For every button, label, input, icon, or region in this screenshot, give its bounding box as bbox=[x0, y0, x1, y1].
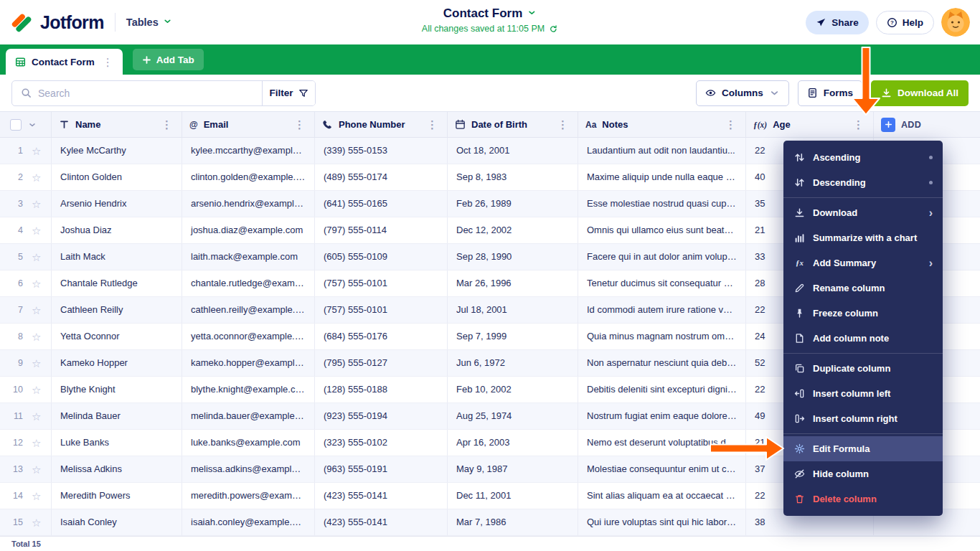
menu-item-insert-column-right[interactable]: Insert column right bbox=[783, 406, 943, 431]
star-icon[interactable]: ☆ bbox=[32, 385, 41, 395]
menu-item-add-column-note[interactable]: Add column note bbox=[783, 326, 943, 351]
cell-email[interactable]: luke.banks@example.com bbox=[182, 430, 315, 456]
cell-dob[interactable]: Sep 8, 1983 bbox=[448, 164, 578, 190]
cell-name[interactable]: Yetta Oconnor bbox=[52, 324, 182, 349]
cell-phone[interactable]: (423) 555-0141 bbox=[315, 483, 448, 509]
tab-contact-form[interactable]: Contact Form ⋮ bbox=[6, 49, 123, 75]
cell-phone[interactable]: (795) 555-0127 bbox=[315, 350, 448, 376]
cell-name[interactable]: Laith Mack bbox=[52, 244, 182, 270]
cell-name[interactable]: Meredith Powers bbox=[52, 483, 182, 509]
cell-email[interactable]: cathleen.reilly@example.com bbox=[182, 297, 315, 323]
cell-name[interactable]: Blythe Knight bbox=[52, 377, 182, 402]
menu-item-ascending[interactable]: Ascending bbox=[783, 145, 943, 170]
brand-name[interactable]: Jotform bbox=[40, 12, 104, 33]
star-icon[interactable]: ☆ bbox=[32, 438, 41, 448]
cell-email[interactable]: yetta.oconnor@example.com bbox=[182, 324, 315, 349]
cell-dob[interactable]: May 9, 1987 bbox=[448, 456, 578, 482]
cell-name[interactable]: Clinton Golden bbox=[52, 164, 182, 190]
cell-notes[interactable]: Qui iure voluptas sint qui hic laboru... bbox=[578, 509, 746, 535]
dob-column-menu-button[interactable]: ⋮ bbox=[555, 119, 570, 130]
cell-notes[interactable]: Non aspernatur nesciunt quia debiti... bbox=[578, 350, 746, 376]
add-column-header[interactable]: ADD bbox=[874, 112, 980, 137]
cell-dob[interactable]: Oct 18, 2001 bbox=[448, 138, 578, 164]
star-icon[interactable]: ☆ bbox=[32, 252, 41, 263]
menu-item-edit-formula[interactable]: Edit Formula bbox=[783, 436, 943, 461]
refresh-icon[interactable] bbox=[549, 24, 558, 34]
cell-email[interactable]: kylee.mccarthy@example.c... bbox=[182, 138, 315, 164]
cell-dob[interactable]: Sep 7, 1999 bbox=[448, 324, 578, 349]
cell-dob[interactable]: Feb 10, 2002 bbox=[448, 377, 578, 402]
jotform-logo-icon[interactable] bbox=[10, 10, 34, 34]
cell-phone[interactable]: (923) 555-0194 bbox=[315, 403, 448, 429]
cell-notes[interactable]: Facere qui in aut dolor anim volupta... bbox=[578, 244, 746, 270]
column-header-age[interactable]: ƒ(x) Age ⋮ bbox=[746, 112, 874, 137]
cell-notes[interactable]: Molestiae consequuntur enim ut cu... bbox=[578, 456, 746, 482]
tab-menu-button[interactable]: ⋮ bbox=[100, 57, 116, 67]
menu-item-rename-column[interactable]: Rename column bbox=[783, 276, 943, 301]
star-icon[interactable]: ☆ bbox=[32, 517, 41, 528]
star-icon[interactable]: ☆ bbox=[32, 491, 41, 501]
cell-notes[interactable]: Id commodi autem irure ratione vol... bbox=[578, 297, 746, 323]
cell-dob[interactable]: Dec 11, 2001 bbox=[448, 483, 578, 509]
cell-email[interactable]: blythe.knight@example.com bbox=[182, 377, 315, 402]
cell-email[interactable]: joshua.diaz@example.com bbox=[182, 217, 315, 243]
filter-button[interactable]: Filter bbox=[262, 81, 315, 105]
menu-item-download[interactable]: Download› bbox=[783, 200, 943, 225]
cell-phone[interactable]: (757) 555-0101 bbox=[315, 297, 448, 323]
notes-column-menu-button[interactable]: ⋮ bbox=[723, 119, 738, 130]
search-input[interactable] bbox=[38, 88, 253, 99]
cell-notes[interactable]: Esse molestiae nostrud quasi cupidi... bbox=[578, 191, 746, 217]
cell-dob[interactable]: Apr 16, 2003 bbox=[448, 430, 578, 456]
cell-phone[interactable]: (323) 555-0102 bbox=[315, 430, 448, 456]
download-all-button[interactable]: Download All bbox=[871, 80, 969, 106]
star-icon[interactable]: ☆ bbox=[32, 278, 41, 289]
menu-item-freeze-column[interactable]: Freeze column bbox=[783, 301, 943, 326]
star-icon[interactable]: ☆ bbox=[32, 225, 41, 236]
phone-column-menu-button[interactable]: ⋮ bbox=[425, 119, 440, 130]
cell-name[interactable]: Melinda Bauer bbox=[52, 403, 182, 429]
cell-phone[interactable]: (757) 555-0101 bbox=[315, 270, 448, 296]
cell-phone[interactable]: (339) 555-0153 bbox=[315, 138, 448, 164]
cell-name[interactable]: Luke Banks bbox=[52, 430, 182, 456]
column-header-name[interactable]: Name ⋮ bbox=[52, 112, 182, 137]
cell-dob[interactable]: Jul 18, 2001 bbox=[448, 297, 578, 323]
cell-name[interactable]: Cathleen Reilly bbox=[52, 297, 182, 323]
cell-notes[interactable]: Nostrum fugiat enim eaque dolores... bbox=[578, 403, 746, 429]
cell-name[interactable]: Chantale Rutledge bbox=[52, 270, 182, 296]
menu-item-hide-column[interactable]: Hide column bbox=[783, 461, 943, 486]
help-button[interactable]: ? Help bbox=[876, 11, 934, 34]
cell-phone[interactable]: (128) 555-0188 bbox=[315, 377, 448, 402]
form-title-dropdown[interactable]: Contact Form bbox=[422, 6, 558, 21]
name-column-menu-button[interactable]: ⋮ bbox=[159, 119, 174, 130]
cell-dob[interactable]: Mar 26, 1996 bbox=[448, 270, 578, 296]
cell-notes[interactable]: Nemo est deserunt voluptatibus de... bbox=[578, 430, 746, 456]
cell-dob[interactable]: Dec 12, 2002 bbox=[448, 217, 578, 243]
cell-email[interactable]: clinton.golden@example.com bbox=[182, 164, 315, 190]
add-tab-button[interactable]: Add Tab bbox=[133, 49, 204, 70]
cell-email[interactable]: meredith.powers@example.... bbox=[182, 483, 315, 509]
cell-notes[interactable]: Tenetur ducimus sit consequatur ali... bbox=[578, 270, 746, 296]
cell-email[interactable]: melissa.adkins@example.com bbox=[182, 456, 315, 482]
star-icon[interactable]: ☆ bbox=[32, 358, 41, 369]
star-icon[interactable]: ☆ bbox=[32, 411, 41, 422]
column-header-email[interactable]: @ Email ⋮ bbox=[182, 112, 315, 137]
star-icon[interactable]: ☆ bbox=[32, 146, 41, 156]
cell-phone[interactable]: (605) 555-0109 bbox=[315, 244, 448, 270]
menu-item-insert-column-left[interactable]: Insert column left bbox=[783, 381, 943, 406]
cell-notes[interactable]: Sint alias aliquam ea at occaecat no... bbox=[578, 483, 746, 509]
menu-item-descending[interactable]: Descending bbox=[783, 170, 943, 195]
column-header-notes[interactable]: Aa Notes ⋮ bbox=[578, 112, 746, 137]
column-header-dob[interactable]: Date of Birth ⋮ bbox=[448, 112, 578, 137]
email-column-menu-button[interactable]: ⋮ bbox=[292, 119, 307, 130]
cell-name[interactable]: Isaiah Conley bbox=[52, 509, 182, 535]
cell-phone[interactable]: (489) 555-0174 bbox=[315, 164, 448, 190]
cell-phone[interactable]: (963) 555-0191 bbox=[315, 456, 448, 482]
star-icon[interactable]: ☆ bbox=[32, 172, 41, 183]
star-icon[interactable]: ☆ bbox=[32, 331, 41, 342]
cell-dob[interactable]: Aug 25, 1974 bbox=[448, 403, 578, 429]
cell-notes[interactable]: Quia minus magnam nostrum omni... bbox=[578, 324, 746, 349]
chevron-down-icon[interactable] bbox=[28, 121, 37, 129]
share-button[interactable]: Share bbox=[806, 11, 869, 34]
menu-item-delete-column[interactable]: Delete column bbox=[783, 486, 943, 512]
cell-dob[interactable]: Feb 26, 1989 bbox=[448, 191, 578, 217]
